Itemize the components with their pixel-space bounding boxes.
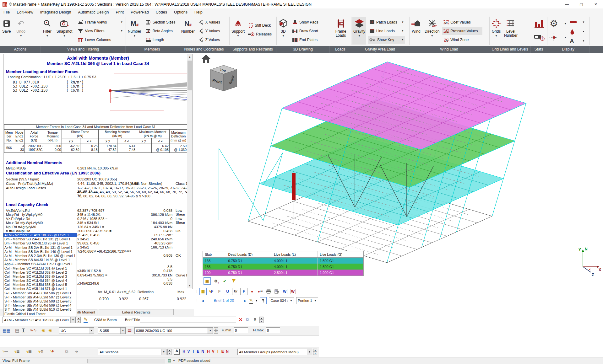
unity-u-icon[interactable]: U xyxy=(224,288,231,295)
home-icon[interactable] xyxy=(201,54,211,65)
undo-button[interactable]: ↶ Undo ▼ xyxy=(15,17,26,45)
maximize-button[interactable]: ▢ xyxy=(574,0,589,8)
word-red-icon[interactable]: W xyxy=(289,288,296,295)
list-item[interactable]: A+M - Member SB A\4-5L1Id 36 @ Level 1 xyxy=(3,258,77,262)
minimize-button[interactable]: — xyxy=(560,0,574,8)
end-plates-button[interactable]: End Plates xyxy=(291,36,322,44)
red-dot-lf-icon[interactable]: ●LF xyxy=(257,288,264,295)
word-export-icon[interactable]: W xyxy=(281,288,288,295)
auto-design-icon[interactable]: ϟF xyxy=(208,288,215,295)
fill-color-button[interactable]: ▼ xyxy=(568,28,586,35)
forces-f-icon[interactable]: F xyxy=(240,288,247,295)
list-item[interactable]: S-T - Member SBr A\4-5L5Id 510 @ Level 5 xyxy=(3,308,77,312)
filter-letter-red[interactable]: N xyxy=(225,349,230,354)
level-number-button[interactable]: Level Number xyxy=(503,17,519,45)
wave-icon[interactable]: ∿∿ xyxy=(30,328,37,333)
s-button[interactable]: S xyxy=(254,318,256,322)
show-key-button[interactable]: Show Key▼ xyxy=(368,36,405,44)
filter-letter[interactable]: V xyxy=(186,349,191,354)
frame-loads-button[interactable]: Frame Loads xyxy=(334,17,347,45)
gold-ring-icon[interactable]: ◉ xyxy=(41,328,45,333)
show-pads-button[interactable]: Show Pads xyxy=(291,18,322,26)
sketch-icon[interactable]: ✎ xyxy=(84,317,88,323)
list-item[interactable]: S-T - Member SBr A\4-5L3Id 508 @ Level 3 xyxy=(3,299,77,303)
print-icon[interactable] xyxy=(265,288,272,295)
filter-letter-red[interactable]: E xyxy=(220,349,225,354)
filter-letter-red[interactable]: I xyxy=(215,349,220,354)
draw-short-button[interactable]: Draw Short xyxy=(291,27,322,35)
tee-section-icon[interactable]: T xyxy=(22,328,25,333)
member-combo[interactable]: A+M - Member SC A\2L1Id 366 @ Level 1 ▼ xyxy=(3,317,76,323)
results-table-icon[interactable]: ▦ xyxy=(199,288,207,295)
section-size-combo[interactable]: 0388 203x203 UC 100▼ xyxy=(134,327,213,334)
auto-design-settings-icon[interactable]: ϟ⚙ xyxy=(38,349,43,354)
view-cube[interactable]: Top Front Right xyxy=(210,65,237,91)
menu-print[interactable]: Print xyxy=(112,10,127,14)
menu-help[interactable]: Help xyxy=(191,10,206,14)
view-filters-button[interactable]: View Filters▼ xyxy=(76,27,124,35)
filter-letter[interactable]: E xyxy=(196,349,200,354)
length-button[interactable]: Length xyxy=(144,36,177,44)
section-sizes-button[interactable]: Section Sizes xyxy=(144,18,177,26)
slab-settings-icon[interactable]: ⚙● xyxy=(212,277,220,285)
filter-button[interactable]: Filter ▼ xyxy=(42,17,52,45)
list-item[interactable]: Col - Member SC A\1L2Id 362 @ Level 2 xyxy=(3,270,77,275)
hmin-input[interactable] xyxy=(234,327,248,333)
node-display-button[interactable]: ▼ xyxy=(548,32,568,43)
member-spinner[interactable]: ▲▼ xyxy=(77,317,81,323)
case-selector[interactable]: Case 034 :▼ xyxy=(269,297,294,304)
member-color-button[interactable]: ▼ xyxy=(568,18,586,26)
section-spinner[interactable]: ▲▼ xyxy=(214,327,218,334)
list-item[interactable]: A+M - Member SC A\2L1Id 366 @ Level 1 xyxy=(3,233,77,237)
list-item[interactable]: App-G - Member SB A\3-4L1Id 31 @ Level 1 xyxy=(3,262,77,266)
list-item[interactable]: A+M - Member SB 3\A-BL1Id 146 @ Level 1 xyxy=(3,250,77,254)
list-item[interactable]: Elastic Critical Load Factor xyxy=(3,312,77,316)
auto-design-members-icon[interactable]: ϟ— xyxy=(3,349,8,353)
member-grid-icon[interactable]: ▦▦ xyxy=(3,328,10,333)
portion-selector[interactable]: Portion 1▼ xyxy=(296,297,318,304)
session-icon[interactable]: ▤ xyxy=(168,358,171,363)
releases-button[interactable]: Releases xyxy=(247,30,273,38)
pin-icon[interactable] xyxy=(260,297,267,304)
sections-spinner[interactable]: ▲▼ xyxy=(167,349,171,355)
filter-letter-red[interactable]: V xyxy=(211,349,215,354)
menu-codes[interactable]: Codes xyxy=(152,10,171,14)
text-display-button[interactable]: A▼ xyxy=(568,37,586,45)
list-item[interactable]: Col - Member SC A\1L3Id 363 @ Level 3 xyxy=(3,275,77,279)
direction-button[interactable]: Direction ▼ xyxy=(424,17,440,45)
filter-a-button[interactable]: A xyxy=(174,349,180,355)
list-item[interactable]: S-T - Member SBr A\4-5L1Id 506 @ Level 1 xyxy=(3,291,77,295)
list-item[interactable]: Col - Member SC A\3L1Id 371 @ Level 1 xyxy=(3,287,77,291)
list-item[interactable]: S-T - Member SBr A\4-5L4Id 509 @ Level 4 xyxy=(3,303,77,308)
print-preview-icon[interactable] xyxy=(273,288,280,295)
stats-info-button[interactable]: i xyxy=(533,33,545,43)
scroll-up-icon[interactable]: ▲ xyxy=(187,54,192,60)
3d-button[interactable]: 3D ▼ xyxy=(278,17,289,45)
menu-integrated-design[interactable]: Integrated Design xyxy=(37,10,75,14)
coef-values-button[interactable]: CP Coef Values xyxy=(442,18,482,26)
brief-title-input[interactable] xyxy=(140,317,236,323)
filter-letter[interactable]: H xyxy=(182,349,186,354)
scrollbar-thumb[interactable] xyxy=(187,61,192,90)
slab-row[interactable]: 1550.750 D1 4.000 L11.500 G1 xyxy=(203,264,363,270)
previous-brief-icon[interactable]: ◄ xyxy=(201,298,205,303)
beta-angles-button[interactable]: Beta Angles xyxy=(144,27,177,35)
red-book-icon[interactable]: ▤ xyxy=(128,328,132,333)
brief-spinner[interactable]: ▲▼ xyxy=(259,317,263,323)
member-dropdown-list[interactable]: A+M - Member SC A\2L1Id 366 @ Level 1 Bm… xyxy=(3,233,77,317)
member-groups-combo[interactable]: All Member Groups (Members Menu)▼ xyxy=(237,349,312,355)
apply-check-icon[interactable]: ✔ xyxy=(221,277,228,285)
unity-ur-icon[interactable]: Ur xyxy=(232,288,239,295)
panel-scrollbar[interactable]: ▲ ▼ xyxy=(187,54,192,288)
list-item[interactable]: Bm - Member SB 2\A-BL1Id 131 @ Level 1 xyxy=(3,237,77,241)
menu-options[interactable]: Options xyxy=(171,10,191,14)
frame-views-button[interactable]: Frame Views▼ xyxy=(76,18,124,26)
annotate-icon[interactable]: ✎ xyxy=(249,298,253,304)
node-number-button[interactable]: N# Number xyxy=(180,17,196,45)
menu-edit-view[interactable]: Edit-View xyxy=(13,10,37,14)
hmax-input[interactable] xyxy=(266,327,280,333)
slab-row[interactable]: 1000.750 D1 2.500 L11.000 G1 xyxy=(203,270,363,276)
gold-ring-pen-icon[interactable]: ◉ xyxy=(48,328,52,333)
next-brief-icon[interactable]: ► xyxy=(243,298,247,303)
stats-chart-button[interactable] xyxy=(533,17,545,31)
